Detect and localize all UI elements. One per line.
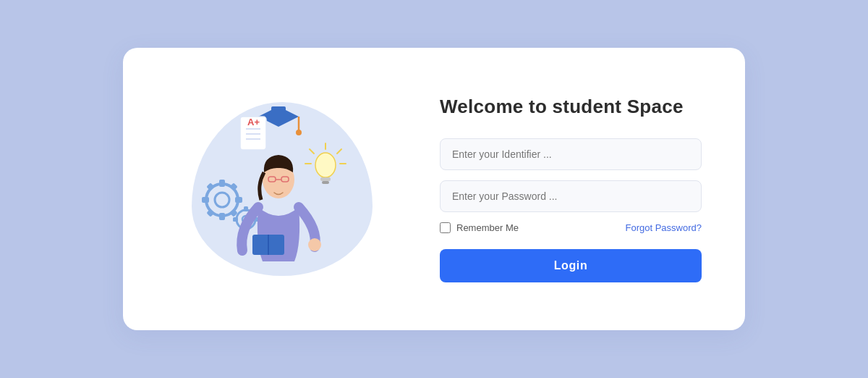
svg-point-19 — [296, 130, 302, 135]
svg-rect-7 — [206, 182, 214, 190]
svg-rect-4 — [235, 197, 242, 203]
remember-me-label: Remember Me — [456, 222, 519, 233]
illustration-svg: A+ — [199, 95, 365, 283]
login-button[interactable]: Login — [440, 249, 702, 282]
svg-point-25 — [315, 153, 336, 177]
remember-me-checkbox[interactable] — [440, 222, 451, 233]
svg-point-1 — [215, 193, 229, 207]
svg-rect-27 — [322, 181, 329, 184]
identifier-input[interactable] — [440, 138, 702, 170]
svg-rect-3 — [219, 213, 225, 220]
illustration-container: A+ — [199, 95, 365, 283]
remember-left: Remember Me — [440, 222, 519, 233]
login-card: A+ — [123, 48, 745, 330]
svg-rect-9 — [206, 209, 214, 217]
svg-line-29 — [337, 149, 341, 154]
illustration-area: A+ — [159, 77, 405, 301]
svg-rect-12 — [244, 206, 248, 211]
welcome-title: Welcome to student Space — [440, 96, 702, 118]
svg-rect-5 — [202, 197, 209, 203]
forgot-password-link[interactable]: Forgot Password? — [626, 222, 702, 233]
svg-rect-26 — [320, 177, 331, 181]
svg-text:A+: A+ — [247, 117, 260, 127]
svg-rect-15 — [233, 217, 238, 222]
svg-line-30 — [310, 149, 314, 154]
svg-rect-6 — [229, 182, 237, 190]
remember-row: Remember Me Forgot Password? — [440, 222, 702, 233]
svg-rect-2 — [219, 180, 225, 187]
password-input[interactable] — [440, 180, 702, 212]
form-area: Welcome to student Space Remember Me For… — [405, 96, 702, 282]
svg-rect-17 — [271, 106, 286, 119]
svg-point-39 — [308, 238, 321, 251]
